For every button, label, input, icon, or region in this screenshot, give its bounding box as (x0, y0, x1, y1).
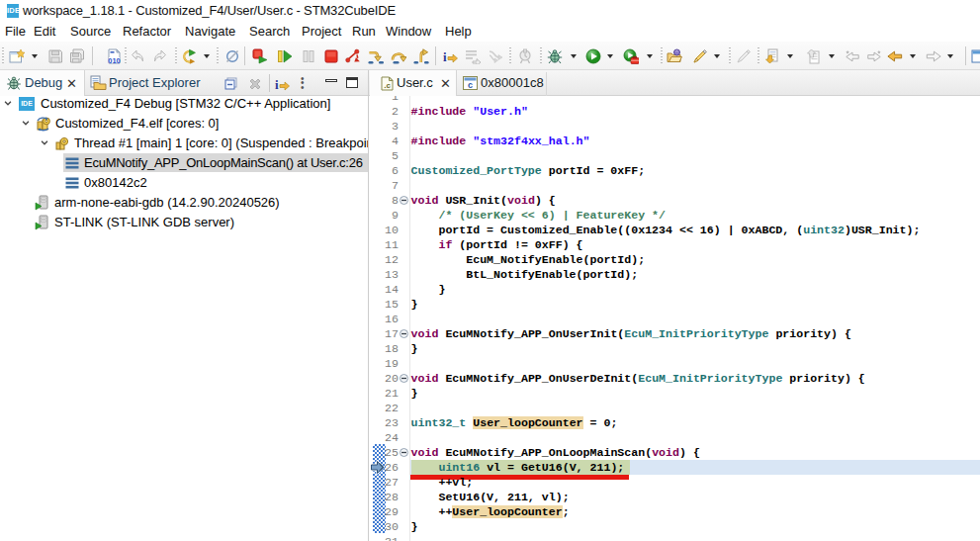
svg-text:010: 010 (108, 56, 121, 65)
svg-text:i: i (443, 49, 447, 64)
svg-text:i: i (275, 77, 279, 92)
svg-text:c: c (468, 80, 473, 90)
svg-text:.c: .c (384, 81, 391, 90)
